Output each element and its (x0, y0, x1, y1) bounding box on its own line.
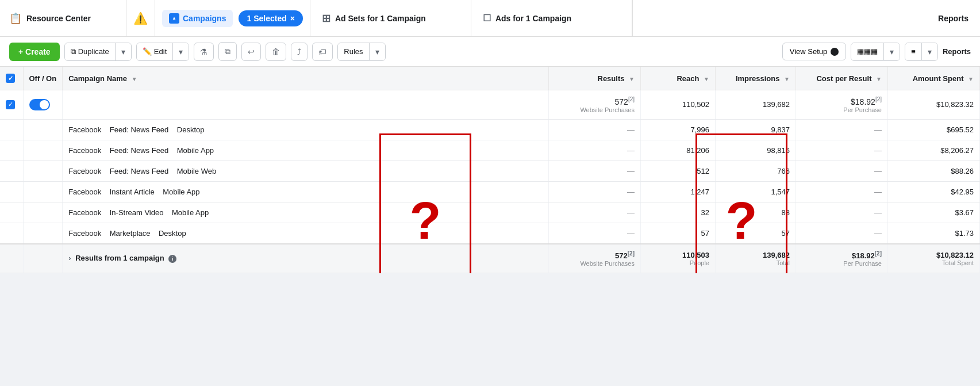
header-results[interactable]: Results ▼ (549, 67, 641, 90)
sub-row-1-results: — (549, 140, 641, 160)
tag-button[interactable]: 🏷 (312, 43, 333, 61)
ad-sets-label: Ad Sets for 1 Campaign (335, 14, 426, 23)
rules-button[interactable]: Rules (338, 43, 369, 60)
sort-icon: ▼ (968, 76, 974, 82)
reports-section[interactable]: Reports (632, 0, 980, 36)
main-row-toggle[interactable] (23, 90, 63, 120)
sub-row-name-1: Facebook Feed: News Feed Mobile App (63, 140, 549, 160)
sort-icon: ▼ (704, 76, 709, 82)
footer-impressions: 139,682 Total (716, 244, 796, 273)
columns-button[interactable]: ▦▦▦ (851, 43, 884, 60)
table-row[interactable]: Facebook Feed: News Feed Mobile App — 81… (0, 140, 980, 160)
campaigns-label: Campaigns (183, 14, 226, 23)
header-amount-spent[interactable]: Amount Spent ▼ (888, 67, 980, 90)
header-reach[interactable]: Reach ▼ (641, 67, 716, 90)
table-row[interactable]: Facebook Marketplace Desktop — 57 57 — $… (0, 223, 980, 244)
edit-icon: ✏️ (143, 47, 152, 56)
header-impressions[interactable]: Impressions ▼ (716, 67, 796, 90)
table-row[interactable]: Facebook Instant Article Mobile App — 1,… (0, 181, 980, 202)
breakdown-icon: ≡ (911, 47, 916, 56)
campaigns-section[interactable]: Campaigns 1 Selected × (155, 0, 310, 36)
edit-button[interactable]: ✏️ Edit (137, 43, 173, 60)
sub-row-5-cpr: — (796, 223, 888, 244)
main-campaign-row[interactable]: ✓ 572[2] Website Purchases 110,502 (0, 90, 980, 120)
row-checkbox-checked[interactable]: ✓ (6, 100, 15, 109)
undo-button[interactable]: ↩ (241, 43, 261, 61)
main-row-amount: $10,823.32 (888, 90, 980, 120)
ads-section[interactable]: ☐ Ads for 1 Campaign (471, 0, 632, 36)
footer-reach: 110,503 People (641, 244, 716, 273)
sort-icon: ▼ (876, 76, 882, 82)
resource-center-label: Resource Center (26, 14, 91, 23)
footer-results: 572[2] Website Purchases (549, 244, 641, 273)
sub-row-0-cpr: — (796, 119, 888, 140)
test-button[interactable]: ⚗ (194, 43, 214, 61)
footer-amount: $10,823.12 Total Spent (888, 244, 980, 273)
header-checkbox[interactable]: ✓ (0, 67, 23, 90)
header-campaign-name[interactable]: Campaign Name ▼ (63, 67, 549, 90)
sub-row-name-0: Facebook Feed: News Feed Desktop (63, 119, 549, 140)
expand-arrow[interactable]: › (68, 254, 71, 262)
selected-close[interactable]: × (290, 14, 295, 23)
table-row[interactable]: Facebook Feed: News Feed Desktop — 7,996… (0, 119, 980, 140)
main-row-name (63, 90, 549, 120)
table-container: ✓ Off / On Campaign Name ▼ Results ▼ Rea (0, 67, 980, 273)
clipboard-icon: 📋 (9, 12, 22, 25)
sub-row-3-cpr: — (796, 181, 888, 202)
campaigns-icon (169, 13, 179, 24)
sub-row-4-cpr: — (796, 202, 888, 223)
main-row-impressions: 139,682 (716, 90, 796, 120)
delete-button[interactable]: 🗑 (266, 43, 286, 61)
columns-dropdown[interactable]: ▾ (884, 43, 900, 60)
footer-label: › Results from 1 campaign i (63, 244, 549, 273)
duplicate-button[interactable]: ⧉ Duplicate (65, 43, 116, 60)
duplicate-icon: ⧉ (71, 47, 76, 56)
footer-row: › Results from 1 campaign i 572[2] Websi… (0, 244, 980, 273)
sort-icon: ▼ (629, 76, 635, 82)
duplicate-label: Duplicate (78, 47, 109, 56)
sub-row-name-3: Facebook Instant Article Mobile App (63, 181, 549, 202)
table-row[interactable]: Facebook Feed: News Feed Mobile Web — 51… (0, 160, 980, 181)
reports-toolbar-label[interactable]: Reports (943, 47, 971, 56)
rules-dropdown[interactable]: ▾ (370, 43, 385, 60)
campaigns-tab[interactable]: Campaigns (162, 10, 233, 27)
edit-dropdown[interactable]: ▾ (173, 43, 189, 60)
sub-row-2-cpr: — (796, 160, 888, 181)
main-row-checkbox[interactable]: ✓ (0, 90, 23, 120)
create-button[interactable]: + Create (9, 43, 60, 61)
breakdown-button[interactable]: ≡ (905, 43, 922, 60)
sub-row-name-2: Facebook Feed: News Feed Mobile Web (63, 160, 549, 181)
view-setup-label: View Setup (790, 47, 828, 56)
copy-button[interactable]: ⧉ (218, 42, 237, 61)
campaign-toggle[interactable] (29, 99, 50, 110)
breakdown-dropdown[interactable]: ▾ (922, 43, 937, 60)
resource-center-section[interactable]: 📋 Resource Center (0, 0, 126, 36)
grid-icon: ⊞ (322, 12, 330, 25)
ad-sets-section[interactable]: ⊞ Ad Sets for 1 Campaign (310, 0, 471, 36)
toolbar: + Create ⧉ Duplicate ▾ ✏️ Edit ▾ ⚗ ⧉ ↩ 🗑… (0, 37, 980, 67)
sub-row-name-4: Facebook In-Stream Video Mobile App (63, 202, 549, 223)
table-wrapper: ✓ Off / On Campaign Name ▼ Results ▼ Rea (0, 67, 980, 273)
sub-row-4-results: — (549, 202, 641, 223)
warning-section[interactable]: ⚠️ (126, 0, 155, 36)
warning-icon: ⚠️ (133, 12, 148, 25)
main-table: ✓ Off / On Campaign Name ▼ Results ▼ Rea (0, 67, 980, 273)
footer-cpr: $18.92[2] Per Purchase (796, 244, 888, 273)
selected-badge[interactable]: 1 Selected × (239, 10, 302, 26)
info-icon[interactable]: i (168, 255, 176, 263)
duplicate-dropdown[interactable]: ▾ (116, 43, 131, 60)
sort-icon: ▼ (784, 76, 790, 82)
edit-label: Edit (154, 47, 167, 56)
sub-row-0-results: — (549, 119, 641, 140)
main-row-results: 572[2] Website Purchases (549, 90, 641, 120)
table-header-row: ✓ Off / On Campaign Name ▼ Results ▼ Rea (0, 67, 980, 90)
main-row-reach: 110,502 (641, 90, 716, 120)
reports-label: Reports (938, 14, 969, 23)
header-cost-per-result[interactable]: Cost per Result ▼ (796, 67, 888, 90)
view-setup-button[interactable]: View Setup (782, 43, 847, 60)
table-row[interactable]: Facebook In-Stream Video Mobile App — 32… (0, 202, 980, 223)
select-all-checkbox[interactable]: ✓ (6, 74, 15, 83)
export-button[interactable]: ⤴ (291, 43, 308, 61)
top-navigation: 📋 Resource Center ⚠️ Campaigns 1 Selecte… (0, 0, 980, 37)
header-off-on: Off / On (23, 67, 63, 90)
